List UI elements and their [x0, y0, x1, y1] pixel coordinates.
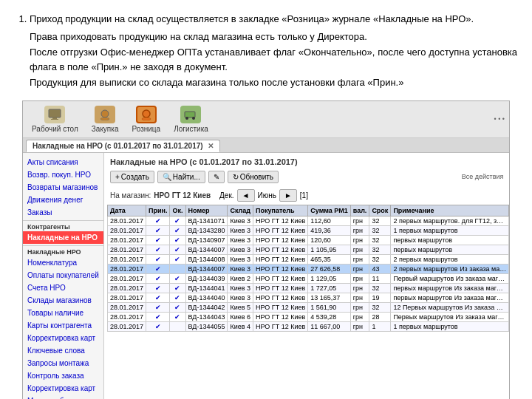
toolbar-item-roznitsa[interactable]: Розница — [127, 104, 165, 134]
sidebar-item-sklady-mag[interactable]: Склады магазинов — [23, 294, 103, 307]
zakupka-icon — [95, 106, 115, 123]
table-cell-7: грн — [350, 225, 369, 235]
table-cell-4: Киев 3 — [228, 216, 253, 225]
col-prim: Примечание — [391, 205, 509, 216]
col-ok: Ок. — [170, 205, 185, 216]
table-cell-2: ✔ — [170, 254, 185, 264]
tabs-area: Накладные на НРО (с 01.01.2017 по 31.01.… — [23, 138, 509, 153]
sidebar-item-klyuch-slova[interactable]: Ключевые слова — [23, 344, 103, 357]
table-body: 28.01.2017✔✔ВД-1341071Киев 3НРО ГТ 12 Ки… — [108, 216, 509, 331]
najti-button[interactable]: 🔍 Найти... — [157, 171, 205, 183]
page-next-button[interactable]: ► — [279, 189, 297, 202]
table-cell-8: 32 — [369, 302, 391, 312]
refresh-icon: ↻ — [233, 173, 239, 181]
sidebar-item-korrekt-karta[interactable]: Корректировка карт — [23, 332, 103, 344]
sidebar-item-dvizh-den[interactable]: Движения денег — [23, 194, 103, 206]
table-cell-5: НРО ГТ 12 Киев — [253, 283, 308, 293]
sidebar-item-oplaty[interactable]: Оплаты покупателей — [23, 269, 103, 282]
sidebar-item-nakladnye-nro[interactable]: Накладные на НРО — [23, 231, 103, 244]
sidebar-item-karty-kontr[interactable]: Карты контрагента — [23, 319, 103, 332]
nro-tab-label: Накладные на НРО (с 01.01.2017 по 31.01.… — [33, 142, 203, 150]
sidebar-item-korrekt-kart2[interactable]: Корректировка карт — [23, 382, 103, 395]
table-cell-1: ✔ — [146, 293, 170, 302]
table-cell-2: ✔ — [170, 225, 185, 235]
table-cell-8: 32 — [369, 283, 391, 293]
table-cell-6: 112,60 — [308, 216, 350, 225]
table-cell-3: ВД-1340907 — [185, 235, 228, 245]
sidebar-item-scheta-nro[interactable]: Счета НРО — [23, 282, 103, 294]
table-cell-9: 12 Первых маршрутов Из заказа магазина — [391, 302, 509, 312]
sidebar: Акты списания Возвр. покуп. НРО Возвраты… — [23, 153, 104, 400]
table-cell-8: 19 — [369, 293, 391, 302]
nro-tab[interactable]: Накладные на НРО (с 01.01.2017 по 31.01.… — [26, 140, 220, 152]
all-actions-label[interactable]: Все действия — [459, 171, 507, 182]
table-row[interactable]: 28.01.2017✔✔ВД-1344039Киев 2НРО ГТ 12 Ки… — [108, 273, 509, 283]
table-row[interactable]: 28.01.2017✔✔ВД-1344007Киев 3НРО ГТ 12 Ки… — [108, 245, 509, 254]
table-cell-4: Киев 4 — [228, 321, 253, 331]
table-cell-8: 32 — [369, 254, 391, 264]
table-cell-4: Киев 3 — [228, 283, 253, 293]
page-prev-button[interactable]: ◄ — [237, 189, 255, 202]
toolbar-item-desktop[interactable]: Рабочий стол — [27, 104, 83, 134]
sidebar-item-nomenklatura[interactable]: Номенклатура — [23, 256, 103, 269]
page-label: Дек. — [219, 191, 234, 200]
nakladnye-table: Дата Прин. Ок. Номер Склад Покупатель Су… — [107, 205, 509, 332]
table-cell-8: 11 — [369, 273, 391, 283]
table-cell-2 — [170, 321, 185, 331]
intro-para-3: Продукция для выписки со склада магазина… — [15, 75, 517, 90]
sidebar-item-vozv-pokup[interactable]: Возвр. покуп. НРО — [23, 168, 103, 181]
table-cell-3: ВД-1344042 — [185, 302, 228, 312]
table-cell-3: ВД-1344043 — [185, 312, 228, 321]
table-cell-5: НРО ГТ 12 Киев — [253, 273, 308, 283]
svg-point-4 — [100, 117, 109, 120]
table-cell-5: НРО ГТ 12 Киев — [253, 302, 308, 312]
sidebar-item-zapros-montazh[interactable]: Запросы монтажа — [23, 357, 103, 369]
table-row[interactable]: 28.01.2017✔ВД-1344055Киев 4НРО ГТ 12 Кие… — [108, 321, 509, 331]
najti-label: Найти... — [173, 173, 200, 181]
table-row[interactable]: 28.01.2017✔✔ВД-1344008Киев 3НРО ГТ 12 Ки… — [108, 254, 509, 264]
table-cell-9: первых маршрутов — [391, 245, 509, 254]
sidebar-section-kontragenty: Контрагенты — [23, 220, 103, 231]
obnovit-button[interactable]: ↻ Обновить — [228, 171, 279, 183]
edit-button[interactable]: ✎ — [208, 171, 225, 183]
table-row[interactable]: 28.01.2017✔✔ВД-1344043Киев 6НРО ГТ 12 Ки… — [108, 312, 509, 321]
table-cell-1: ✔ — [146, 321, 170, 331]
svg-rect-0 — [49, 109, 61, 117]
svg-point-6 — [142, 117, 151, 120]
table-cell-3: ВД-1344041 — [185, 283, 228, 293]
table-cell-2: ✔ — [170, 273, 185, 283]
sidebar-item-vozv-mag[interactable]: Возвраты магазинов — [23, 181, 103, 194]
table-row[interactable]: 28.01.2017✔✔ВД-1344042Киев 5НРО ГТ 12 Ки… — [108, 302, 509, 312]
toolbar-item-zakupka[interactable]: Закупка — [87, 104, 123, 134]
sidebar-item-zakazy[interactable]: Заказы — [23, 206, 103, 219]
col-srok: Срок — [369, 205, 391, 216]
table-cell-6: 419,36 — [308, 225, 350, 235]
table-row[interactable]: 28.01.2017✔✔ВД-1341071Киев 3НРО ГТ 12 Ки… — [108, 216, 509, 225]
sidebar-item-mashiny-sbory[interactable]: Машиносборы — [23, 395, 103, 400]
table-cell-8: 32 — [369, 225, 391, 235]
table-row[interactable]: 28.01.2017✔✔ВД-1340907Киев 3НРО ГТ 12 Ки… — [108, 235, 509, 245]
table-cell-6: 4 539,28 — [308, 312, 350, 321]
table-cell-1: ✔ — [146, 225, 170, 235]
sidebar-item-tovar[interactable]: Товары наличие — [23, 307, 103, 319]
table-cell-5: НРО ГТ 12 Киев — [253, 225, 308, 235]
table-cell-6: 27 626,58 — [308, 264, 350, 273]
table-cell-7: грн — [350, 264, 369, 273]
table-row[interactable]: 28.01.2017✔✔ВД-1343280Киев 3НРО ГТ 12 Ки… — [108, 225, 509, 235]
col-prin: Прин. — [146, 205, 170, 216]
table-cell-4: Киев 6 — [228, 312, 253, 321]
sidebar-item-kontrol-zakaza[interactable]: Контроль заказа — [23, 369, 103, 382]
table-cell-4: Киев 3 — [228, 245, 253, 254]
table-row[interactable]: 28.01.2017✔✔ВД-1344041Киев 3НРО ГТ 12 Ки… — [108, 283, 509, 293]
create-button[interactable]: + Создать — [110, 171, 154, 183]
table-cell-6: 1 727,05 — [308, 283, 350, 293]
sidebar-item-akty[interactable]: Акты списания — [23, 156, 103, 168]
table-row[interactable]: 28.01.2017✔✔ВД-1344040Киев 3НРО ГТ 12 Ки… — [108, 293, 509, 302]
toolbar-item-logistika[interactable]: Логистика — [169, 104, 213, 134]
table-cell-7: грн — [350, 235, 369, 245]
table-cell-9: 2 первых маршрутов — [391, 254, 509, 264]
table-cell-7: грн — [350, 254, 369, 264]
table-cell-6: 13 165,37 — [308, 293, 350, 302]
table-row[interactable]: 28.01.2017✔ВД-1344007Киев 3НРО ГТ 12 Кие… — [108, 264, 509, 273]
nro-tab-close[interactable]: ✕ — [208, 142, 214, 150]
